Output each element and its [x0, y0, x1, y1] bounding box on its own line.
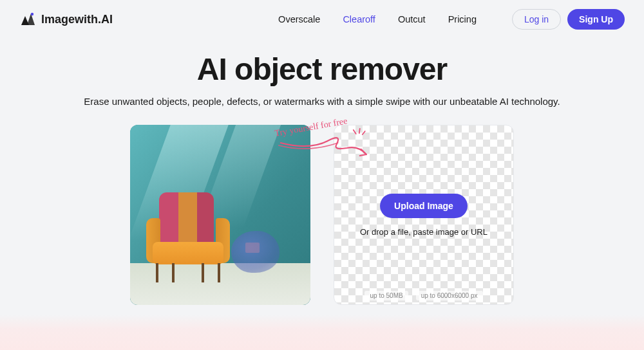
demo-panels: Try yourself for free [19, 125, 625, 305]
auth-buttons: Log in Sign Up [512, 9, 625, 30]
hero-section: AI object remover Erase unwanted objects… [0, 39, 644, 311]
main-nav: Overscale Clearoff Outcut Pricing Log in… [278, 9, 625, 30]
svg-point-0 [31, 13, 33, 15]
nav-outcut[interactable]: Outcut [398, 14, 426, 24]
brand-logo[interactable]: Imagewith.AI [19, 12, 113, 26]
sample-image-panel [130, 125, 310, 305]
header: Imagewith.AI Overscale Clearoff Outcut P… [0, 0, 644, 39]
page-title: AI object remover [19, 51, 625, 87]
footer-gradient [0, 315, 644, 350]
sample-chair [146, 192, 230, 282]
upload-dropzone[interactable]: Upload Image Or drop a file, paste image… [334, 125, 514, 305]
login-button[interactable]: Log in [512, 9, 561, 30]
logo-icon [19, 12, 36, 26]
upload-button[interactable]: Upload Image [380, 194, 468, 218]
brand-name: Imagewith.AI [41, 13, 113, 26]
brush-blob-icon [231, 231, 279, 273]
dimension-limit-badge: up to 6000x6000 px [416, 291, 483, 300]
nav-overscale[interactable]: Overscale [278, 14, 320, 24]
page-subtitle: Erase unwanted objects, people, defects,… [19, 96, 625, 107]
nav-pricing[interactable]: Pricing [448, 14, 477, 24]
signup-button[interactable]: Sign Up [567, 9, 625, 30]
drop-instructions: Or drop a file, paste image or URL [360, 227, 488, 237]
nav-clearoff[interactable]: Clearoff [343, 14, 375, 24]
size-limit-badge: up to 50MB [365, 291, 408, 300]
upload-limits: up to 50MB up to 6000x6000 px [365, 291, 482, 300]
